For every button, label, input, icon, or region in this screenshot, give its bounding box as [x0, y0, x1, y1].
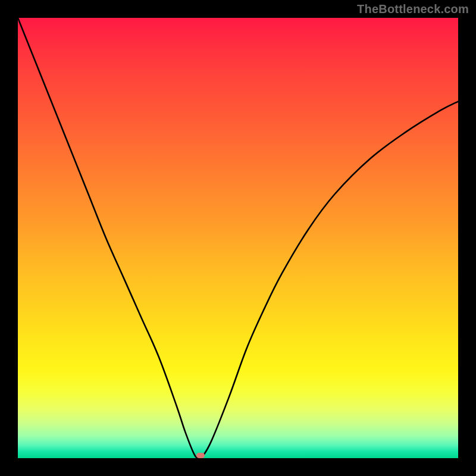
bottleneck-curve: [18, 18, 458, 458]
watermark-text: TheBottleneck.com: [357, 2, 469, 16]
chart-frame: TheBottleneck.com: [0, 0, 476, 476]
minimum-marker: [196, 453, 205, 458]
plot-area: [18, 18, 458, 458]
